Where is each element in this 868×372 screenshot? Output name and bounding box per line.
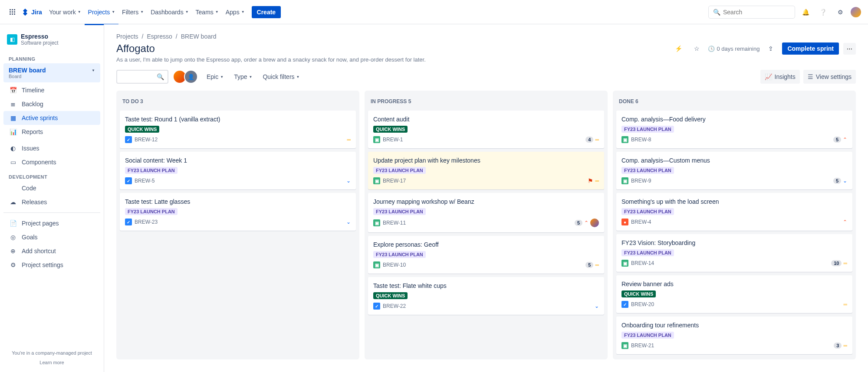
insights-button[interactable]: 📈Insights xyxy=(760,70,800,84)
story-points: 4 xyxy=(585,137,593,143)
card[interactable]: Taste test: Round 1 (vanilla extract)QUI… xyxy=(120,111,356,148)
components-icon: ▭ xyxy=(9,159,17,166)
project-type: Software project xyxy=(21,40,59,46)
issue-type-story-icon: ▣ xyxy=(621,260,628,267)
card-key: BREW-23 xyxy=(135,219,158,225)
card[interactable]: Onboarding tour refinementsFY23 LAUNCH P… xyxy=(616,317,852,354)
search-box[interactable]: 🔍 xyxy=(708,6,795,19)
star-icon[interactable]: ☆ xyxy=(690,42,704,55)
view-settings-button[interactable]: ☰View settings xyxy=(803,70,856,84)
card-label: QUICK WINS xyxy=(621,290,656,297)
search-input[interactable] xyxy=(723,9,790,16)
card-title: Comp. analysis—Custom menus xyxy=(621,157,847,164)
sidebar-item-project-pages[interactable]: 📄Project pages xyxy=(3,216,100,230)
sidebar-item-label: Goals xyxy=(22,234,38,241)
card-title: Onboarding tour refinements xyxy=(621,322,847,329)
card-title: Explore personas: Geoff xyxy=(373,241,599,248)
search-icon: 🔍 xyxy=(157,73,164,80)
sidebar-item-label: Project pages xyxy=(22,220,59,227)
card[interactable]: Content auditQUICK WINS▣BREW-14═ xyxy=(368,111,604,148)
card[interactable]: Review banner adsQUICK WINS✓BREW-20═ xyxy=(616,275,852,313)
more-actions-button[interactable]: ⋯ xyxy=(843,43,856,55)
board: TO DO 3Taste test: Round 1 (vanilla extr… xyxy=(116,91,856,359)
chevron-down-icon: ▼ xyxy=(140,10,144,14)
help-icon[interactable]: ❔ xyxy=(816,5,830,19)
chevron-down-icon: ▼ xyxy=(220,75,224,79)
card[interactable]: Comp. analysis—Custom menusFY23 LAUNCH P… xyxy=(616,152,852,189)
card[interactable]: Update project plan with key milestonesF… xyxy=(368,152,604,189)
card-key: BREW-11 xyxy=(383,220,406,226)
priority-low-icon: ⌄ xyxy=(346,219,351,225)
jira-logo[interactable]: Jira xyxy=(21,8,42,16)
sidebar-item-goals[interactable]: ◎Goals xyxy=(3,230,100,244)
epic-filter[interactable]: Epic▼ xyxy=(205,71,225,83)
sidebar-item-code[interactable]: Code xyxy=(3,181,100,195)
card-label: FY23 LAUNCH PLAN xyxy=(621,167,674,174)
share-icon[interactable]: ⇪ xyxy=(764,42,778,55)
sidebar-item-reports[interactable]: 📊Reports xyxy=(3,125,100,139)
priority-med-icon: ═ xyxy=(843,260,847,266)
app-switcher-icon[interactable] xyxy=(7,7,17,17)
sidebar: ◧ Espresso Software project PLANNING BRE… xyxy=(0,24,104,372)
card[interactable]: Comp. analysis—Food deliveryFY23 LAUNCH … xyxy=(616,111,852,148)
chevron-down-icon: ▼ xyxy=(78,10,81,14)
card[interactable]: Social content: Week 1FY23 LAUNCH PLAN✓B… xyxy=(120,152,356,189)
sidebar-item-active-sprints[interactable]: ▦Active sprints xyxy=(3,111,100,125)
card-title: Content audit xyxy=(373,116,599,123)
goals-icon: ◎ xyxy=(9,234,17,241)
sidebar-item-label: Components xyxy=(22,159,56,166)
card-title: Taste test: Latte glasses xyxy=(125,198,351,205)
sidebar-item-label: Add shortcut xyxy=(22,248,56,255)
project-icon: ◧ xyxy=(7,34,17,45)
sidebar-item-releases[interactable]: ☁Releases xyxy=(3,195,100,209)
board-search[interactable]: 🔍 xyxy=(116,70,168,84)
card[interactable]: Journey mapping workshop w/ BeanzFY23 LA… xyxy=(368,193,604,232)
project-header[interactable]: ◧ Espresso Software project xyxy=(3,31,100,51)
breadcrumb-item[interactable]: BREW board xyxy=(181,33,217,40)
sidebar-item-label: Timeline xyxy=(22,87,44,94)
card-title: Update project plan with key milestones xyxy=(373,157,599,164)
learn-more-link[interactable]: Learn more xyxy=(3,360,100,365)
issue-type-story-icon: ▣ xyxy=(621,177,628,184)
notifications-icon[interactable]: 🔔 xyxy=(799,5,812,19)
breadcrumb-item[interactable]: Projects xyxy=(116,33,138,40)
card[interactable]: Taste test: Latte glassesFY23 LAUNCH PLA… xyxy=(120,193,356,231)
card[interactable]: Something's up with the load screenFY23 … xyxy=(616,193,852,231)
nav-filters[interactable]: Filters▼ xyxy=(118,0,147,24)
settings-icon[interactable]: ⚙ xyxy=(833,5,847,19)
assignee-avatars[interactable]: 👤 xyxy=(175,70,198,84)
nav-teams[interactable]: Teams▼ xyxy=(192,0,222,24)
quick-filters[interactable]: Quick filters▼ xyxy=(261,71,301,83)
sidebar-item-label: Reports xyxy=(22,128,43,135)
sidebar-item-add-shortcut[interactable]: ⊕Add shortcut xyxy=(3,244,100,258)
avatar-unassigned[interactable]: 👤 xyxy=(184,70,198,84)
card[interactable]: Taste test: Flate white cupsQUICK WINS✓B… xyxy=(368,277,604,315)
releases-icon: ☁ xyxy=(9,199,17,206)
card[interactable]: Explore personas: GeoffFY23 LAUNCH PLAN▣… xyxy=(368,236,604,274)
breadcrumb-item[interactable]: Espresso xyxy=(147,33,172,40)
card-key: BREW-14 xyxy=(631,260,654,266)
development-label: DEVELOPMENT xyxy=(3,169,100,181)
nav-your-work[interactable]: Your work▼ xyxy=(46,0,85,24)
complete-sprint-button[interactable]: Complete sprint xyxy=(782,42,839,55)
priority-high-icon: ⌃ xyxy=(843,137,847,143)
footer-text: You're in a company-managed project xyxy=(3,346,100,360)
profile-avatar[interactable] xyxy=(851,7,861,17)
nav-apps[interactable]: Apps▼ xyxy=(222,0,248,24)
card-label: FY23 LAUNCH PLAN xyxy=(621,249,674,256)
sidebar-item-components[interactable]: ▭Components xyxy=(3,155,100,169)
sidebar-item-timeline[interactable]: 📅Timeline xyxy=(3,83,100,97)
create-button[interactable]: Create xyxy=(252,6,281,18)
card[interactable]: FY23 Vision: StoryboardingFY23 LAUNCH PL… xyxy=(616,234,852,272)
sidebar-item-backlog[interactable]: ≣Backlog xyxy=(3,97,100,111)
nav-projects[interactable]: Projects▼ xyxy=(85,0,119,25)
sidebar-item-project-settings[interactable]: ⚙Project settings xyxy=(3,258,100,272)
assignee-avatar[interactable] xyxy=(590,219,599,227)
story-points: 3 xyxy=(834,343,842,349)
sidebar-item-issues[interactable]: ◐Issues xyxy=(3,141,100,155)
type-filter[interactable]: Type▼ xyxy=(232,71,254,83)
main-content: Projects/Espresso/BREW board Affogato ⚡ … xyxy=(104,24,868,372)
nav-dashboards[interactable]: Dashboards▼ xyxy=(147,0,192,24)
sidebar-board-group[interactable]: BREW board▼ Board xyxy=(3,63,100,82)
automation-icon[interactable]: ⚡ xyxy=(671,42,685,55)
